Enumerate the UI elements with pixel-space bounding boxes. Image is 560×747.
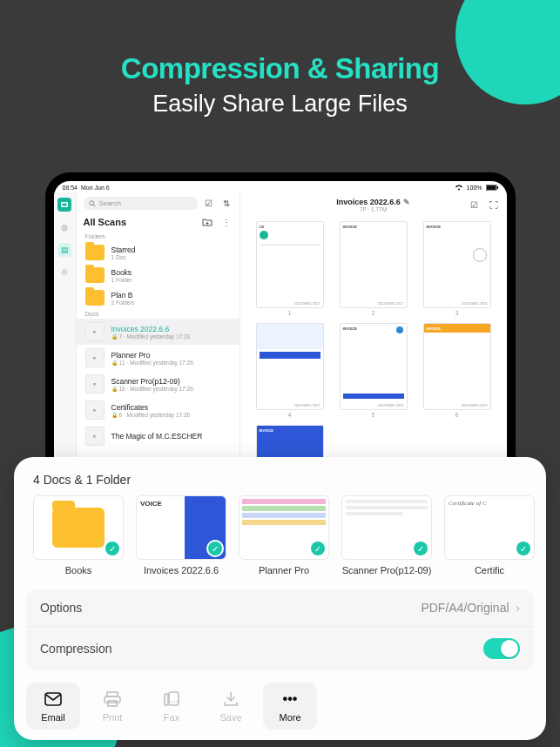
options-row[interactable]: Options PDF/A4/Original › bbox=[26, 589, 534, 626]
doc-meta: 7 · Modified yesterday 17:33 bbox=[119, 333, 191, 340]
action-email[interactable]: Email bbox=[26, 683, 80, 730]
page-thumb: INVOICE 2022/06/05 2029 bbox=[340, 323, 408, 410]
doc-thumb: ▦ bbox=[85, 427, 105, 446]
search-icon bbox=[89, 200, 96, 207]
folder-name: Books bbox=[111, 268, 132, 277]
status-date: Mon Jun 6 bbox=[81, 185, 110, 191]
doc-name: Certificates bbox=[111, 403, 191, 412]
checkbox-icon[interactable]: ☑ bbox=[469, 199, 481, 212]
folder-meta: 1 Folder bbox=[111, 277, 132, 283]
compression-row[interactable]: Compression bbox=[26, 626, 534, 670]
battery-icon bbox=[486, 185, 498, 191]
check-icon: ✓ bbox=[516, 542, 530, 555]
svg-point-15 bbox=[176, 701, 178, 703]
svg-rect-12 bbox=[169, 692, 179, 705]
action-label: Save bbox=[219, 712, 241, 723]
more-icon[interactable]: ⋮ bbox=[220, 216, 233, 228]
wifi-icon bbox=[455, 184, 463, 191]
page-thumb: INVOICE 2022/06/05 2026 bbox=[423, 221, 491, 308]
sheet-thumb: ✓ bbox=[341, 495, 432, 560]
rail-settings-icon[interactable]: ⚙ bbox=[57, 266, 71, 279]
lock-icon: 🔒 bbox=[111, 413, 118, 418]
svg-point-14 bbox=[173, 701, 175, 703]
doc-item[interactable]: ▦ Invoices 2022.6.6 🔒7 · Modified yester… bbox=[77, 319, 240, 345]
svg-rect-9 bbox=[105, 697, 120, 703]
scan-frame-icon[interactable]: ⛶ bbox=[488, 199, 500, 212]
section-title: All Scans bbox=[84, 217, 127, 227]
folder-name: Plan B bbox=[111, 291, 135, 299]
action-fax[interactable]: Fax bbox=[145, 683, 199, 730]
folder-icon bbox=[85, 245, 105, 260]
status-time: 08:54 bbox=[63, 185, 78, 191]
action-save[interactable]: Save bbox=[204, 683, 258, 730]
rail-wallet-icon[interactable]: ▤ bbox=[57, 243, 71, 257]
docs-subhead: Docs bbox=[77, 309, 240, 319]
options-block: Options PDF/A4/Original › Compression bbox=[26, 589, 534, 670]
action-label: More bbox=[279, 712, 300, 723]
sort-icon[interactable]: ⇅ bbox=[220, 198, 233, 210]
action-label: Email bbox=[41, 712, 65, 723]
page-index: 6 bbox=[455, 412, 459, 418]
sheet-item-folder[interactable]: ✓ Books bbox=[33, 495, 124, 575]
doc-thumb: ▦ bbox=[85, 348, 105, 367]
svg-point-5 bbox=[89, 200, 93, 205]
save-icon bbox=[221, 690, 240, 709]
page-cell[interactable]: INVOICE 2022/06/05 2027 2 bbox=[336, 221, 411, 316]
rail-app-icon[interactable] bbox=[57, 198, 71, 212]
main-title: Invoices 2022.6.6 bbox=[336, 198, 401, 206]
doc-name: Scanner Pro(p12-09) bbox=[111, 377, 193, 386]
edit-title-icon[interactable]: ✎ bbox=[403, 198, 410, 206]
folders-subhead: Folders bbox=[77, 232, 240, 241]
folder-item[interactable]: Plan B 2 Folders bbox=[77, 286, 240, 309]
options-label: Options bbox=[40, 601, 82, 615]
page-cell[interactable]: INVOICE 2022/06/05 2029 5 bbox=[336, 323, 411, 418]
doc-thumb: ▦ bbox=[85, 374, 105, 394]
sheet-item-doc[interactable]: ✓ Planner Pro bbox=[239, 495, 329, 575]
folder-meta: 2 Folders bbox=[111, 299, 135, 306]
sheet-thumb: Certificate of C ✓ bbox=[444, 495, 535, 560]
lock-icon: 🔒 bbox=[111, 387, 118, 392]
page-index: 5 bbox=[372, 412, 375, 418]
battery-pct: 100% bbox=[467, 185, 482, 191]
page-cell[interactable]: CE 2022/06/05 2027 1 bbox=[253, 221, 327, 316]
chevron-right-icon: › bbox=[512, 601, 520, 615]
action-row: Email Print Fax Save ••• More bbox=[14, 677, 546, 733]
main-subtitle: 7P · 1.77M bbox=[336, 206, 410, 212]
search-input[interactable]: Search bbox=[84, 197, 198, 210]
email-icon bbox=[44, 690, 63, 709]
doc-item[interactable]: ▦ Scanner Pro(p12-09) 🔒16 · Modified yes… bbox=[77, 371, 240, 397]
page-cell[interactable]: 2022/06/05 2027 4 bbox=[253, 323, 327, 418]
sheet-row[interactable]: ✓ Books VOICE ✓ Invoices 2022.6.6 bbox=[14, 495, 546, 582]
check-icon: ✓ bbox=[105, 542, 119, 555]
search-placeholder: Search bbox=[99, 199, 121, 207]
rail-nav-icon[interactable]: ◎ bbox=[57, 220, 71, 234]
sheet-item-doc[interactable]: Certificate of C ✓ Certific bbox=[444, 495, 535, 575]
page-cell[interactable]: INVOICE 2022/06/05 2026 3 bbox=[420, 221, 495, 316]
sheet-item-doc[interactable]: ✓ Scanner Pro(p12-09) bbox=[341, 495, 432, 575]
lock-icon: 🔒 bbox=[111, 360, 118, 366]
page-thumb: INVOICE 2022/06/05 2027 bbox=[340, 221, 408, 308]
compression-toggle[interactable] bbox=[483, 638, 520, 659]
page-index: 4 bbox=[288, 412, 292, 418]
folder-item[interactable]: Starred 1 Doc bbox=[77, 241, 240, 264]
svg-rect-4 bbox=[63, 204, 67, 206]
doc-item[interactable]: ▦ The Magic of M.C.ESCHER bbox=[77, 423, 240, 449]
page-cell[interactable]: INVOICE 2022/06/05 2029 6 bbox=[420, 323, 495, 418]
svg-point-13 bbox=[171, 701, 172, 703]
action-more[interactable]: ••• More bbox=[263, 683, 317, 730]
doc-item[interactable]: ▦ Certificates 🔒6 · Modified yesterday 1… bbox=[77, 397, 240, 423]
doc-name: Invoices 2022.6.6 bbox=[111, 325, 191, 333]
more-icon: ••• bbox=[280, 690, 300, 709]
folder-item[interactable]: Books 1 Folder bbox=[77, 264, 240, 286]
new-folder-icon[interactable] bbox=[201, 216, 213, 228]
doc-item[interactable]: ▦ Planner Pro 🔒11 · Modified yesterday 1… bbox=[77, 345, 240, 371]
status-bar: 08:54 Mon Jun 6 100% bbox=[54, 181, 507, 192]
svg-rect-2 bbox=[496, 186, 498, 189]
select-icon[interactable]: ☑ bbox=[203, 198, 215, 210]
doc-name: Planner Pro bbox=[111, 351, 193, 360]
sheet-item-label: Books bbox=[65, 565, 92, 575]
sheet-item-doc[interactable]: VOICE ✓ Invoices 2022.6.6 bbox=[136, 495, 226, 575]
action-print[interactable]: Print bbox=[85, 683, 139, 730]
share-sheet: 4 Docs & 1 Folder ✓ Books VOICE ✓ Invoic… bbox=[14, 457, 546, 740]
folder-icon bbox=[85, 290, 105, 306]
